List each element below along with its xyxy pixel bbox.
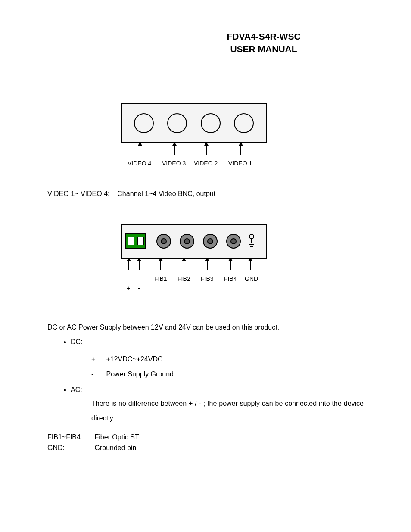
gnd-term: GND: (47, 442, 93, 454)
ground-icon (248, 233, 255, 249)
diagram-video-bnc: VIDEO 4 VIDEO 3 VIDEO 2 VIDEO 1 (121, 103, 267, 168)
arrow-up-icon (184, 261, 184, 270)
diagram-power-fiber: + - FIB1 FIB2 FIB3 FIB4 GND (121, 224, 267, 295)
label-plus: + (127, 285, 130, 292)
arrow-up-icon (128, 261, 129, 270)
definitions: FIB1~FIB4: Fiber Optic ST GND: Grounded … (47, 432, 364, 454)
desc-text: Channel 1~4 Video BNC, output (117, 190, 215, 197)
power-description: DC or AC Power Supply between 12V and 24… (47, 321, 364, 454)
label-minus: - (138, 285, 140, 292)
dc-plus-text: +12VDC~+24VDC (106, 355, 162, 363)
label-fib4: FIB4 (224, 275, 237, 282)
ac-label: AC: (71, 386, 82, 393)
header-model: FDVA4-S4R-WSC (164, 30, 364, 43)
label-video1: VIDEO 1 (228, 160, 252, 167)
panel-front (121, 103, 267, 143)
ac-item: AC: There is no difference between + / -… (71, 383, 364, 426)
desc-term: VIDEO 1~ VIDEO 4: (47, 190, 110, 197)
label-gnd: GND (245, 275, 258, 282)
header-title: USER MANUAL (164, 43, 364, 55)
terminal-slot-icon (137, 237, 144, 245)
arrow-up-icon (240, 145, 241, 155)
label-video4: VIDEO 4 (128, 160, 151, 167)
fiber-st-connector-icon (226, 234, 241, 249)
panel-rear (121, 224, 267, 259)
arrow-up-icon (140, 145, 140, 155)
arrow-up-icon (250, 261, 251, 270)
dc-label: DC: (71, 338, 83, 345)
terminal-block-icon (125, 233, 146, 249)
fiber-st-connector-icon (156, 234, 171, 249)
label-row: + - FIB1 FIB2 FIB3 FIB4 GND (121, 275, 267, 295)
terminal-slot-icon (128, 237, 134, 245)
label-fib1: FIB1 (154, 275, 167, 282)
arrow-up-icon (139, 261, 140, 270)
arrow-up-icon (206, 145, 207, 155)
label-row: VIDEO 4 VIDEO 3 VIDEO 2 VIDEO 1 (121, 160, 267, 168)
gnd-text: Grounded pin (94, 444, 136, 451)
page-header: FDVA4-S4R-WSC USER MANUAL (164, 30, 364, 56)
arrow-up-icon (174, 145, 175, 155)
fiber-st-connector-icon (203, 234, 218, 249)
label-video3: VIDEO 3 (162, 160, 186, 167)
bnc-connector-icon (201, 113, 221, 133)
power-intro: DC or AC Power Supply between 12V and 24… (47, 321, 364, 334)
dc-item: DC: + : +12VDC~+24VDC - : Power Supply G… (71, 336, 364, 382)
dc-plus-sym: + : (91, 352, 104, 367)
label-fib3: FIB3 (201, 275, 214, 282)
arrow-up-icon (230, 261, 231, 270)
bnc-connector-icon (134, 113, 154, 133)
svg-point-0 (249, 234, 254, 239)
arrow-up-icon (207, 261, 208, 270)
label-fib2: FIB2 (177, 275, 190, 282)
fiber-st-connector-icon (180, 234, 194, 249)
fib-term: FIB1~FIB4: (47, 432, 93, 443)
label-video2: VIDEO 2 (194, 160, 218, 167)
dc-minus-text: Power Supply Ground (106, 370, 174, 378)
arrow-up-icon (160, 261, 161, 270)
arrow-row (121, 144, 267, 160)
dc-minus-sym: - : (91, 367, 104, 382)
bnc-connector-icon (167, 113, 187, 133)
video-description: VIDEO 1~ VIDEO 4: Channel 1~4 Video BNC,… (47, 190, 364, 198)
arrow-row (121, 260, 267, 275)
ac-text: There is no difference between + / - ; t… (91, 396, 364, 425)
fib-text: Fiber Optic ST (94, 433, 139, 441)
bnc-connector-icon (234, 113, 254, 133)
